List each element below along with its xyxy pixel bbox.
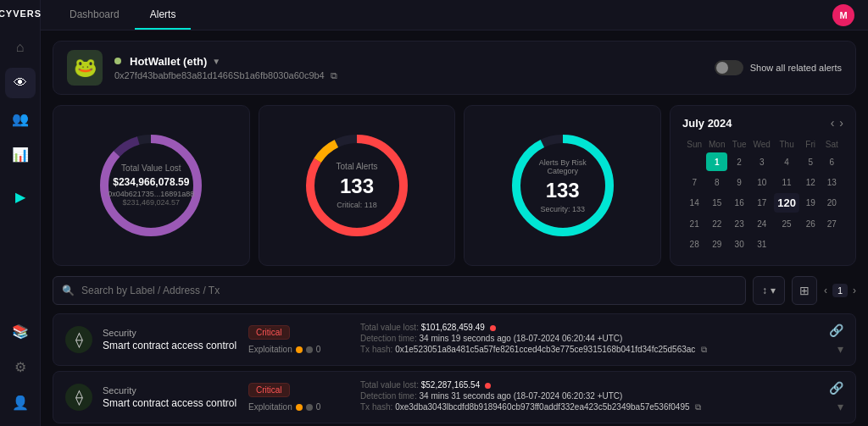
cal-cell [774, 235, 799, 253]
cal-cell: 25 [774, 214, 799, 233]
copy-tx-icon-1[interactable]: ⧉ [701, 345, 707, 354]
wallet-right: Show all related alerts [715, 60, 842, 75]
cal-cell: 5 [801, 152, 821, 171]
cal-cell: 9 [729, 173, 749, 191]
detail-tx-row-2: Tx hash: 0xe3dba3043lbcdfd8b9189460cb973… [360, 402, 819, 412]
expand-icon-2[interactable]: ▾ [837, 400, 843, 413]
calendar-prev[interactable]: ‹ [831, 116, 835, 130]
grid-view-button[interactable]: ⊞ [792, 276, 817, 305]
cal-cell: 7 [684, 173, 704, 191]
severity-badge-1: Critical [248, 325, 290, 340]
alert-detection-1: 34 mins 19 seconds ago (18-07-2024 06:20… [419, 334, 622, 343]
chain-dot [114, 58, 121, 64]
cal-cell: 30 [729, 235, 749, 253]
alert-type-2: Smart contract access control [103, 397, 238, 409]
calendar-next[interactable]: › [839, 116, 843, 130]
filter-button[interactable]: ↕ ▾ [753, 276, 785, 305]
copy-tx-icon-2[interactable]: ⧉ [695, 402, 701, 412]
cal-cell: 23 [729, 214, 749, 233]
total-alerts-sub: Critical: 118 [337, 201, 378, 209]
pagination-next[interactable]: › [853, 285, 856, 296]
sidebar-settings[interactable]: ⚙ [5, 351, 36, 382]
sidebar-play[interactable]: ▶ [5, 181, 36, 212]
nav-tabs: Dashboard Alerts [54, 0, 191, 30]
alert-category-2: Security [103, 385, 238, 396]
cal-cell: 2 [729, 152, 749, 171]
tab-alerts[interactable]: Alerts [135, 0, 192, 30]
expand-icon-1[interactable]: ▾ [837, 342, 843, 356]
brand-logo: CYVERS [0, 8, 42, 19]
severity-badge-2: Critical [248, 383, 290, 397]
wallet-info: HotWallet (eth) ▼ 0x27fd43babfbe83a81d14… [114, 55, 337, 81]
sidebar-chart[interactable]: 📊 [5, 139, 36, 169]
tab-dashboard[interactable]: Dashboard [54, 0, 135, 30]
pagination-prev[interactable]: ‹ [824, 285, 827, 296]
calendar-title: July 2024 [682, 117, 732, 130]
cal-cell: 4 [774, 152, 799, 171]
alerts-risk-value: 133 [535, 179, 590, 203]
sidebar-home[interactable]: ⌂ [5, 32, 36, 63]
cal-cell [684, 152, 704, 171]
detail-detection-row-1: Detection time: 34 mins 19 seconds ago (… [360, 334, 819, 343]
total-value-sub2: $231,469,024.57 [108, 199, 194, 207]
cal-cell: 14 [684, 193, 704, 213]
cal-cell[interactable]: 120 [774, 193, 799, 213]
total-value-center: Total Value Lost $234,966,078.59 0x04b62… [108, 163, 194, 207]
calendar-card: July 2024 ‹ › Sun Mon Tue Wed Thu [670, 105, 856, 266]
alerts-risk-donut: Alerts By Risk Category 133 Security: 13… [508, 130, 618, 241]
cal-cell: 28 [684, 235, 704, 253]
sidebar-book[interactable]: 📚 [5, 316, 36, 346]
calendar-grid: Sun Mon Tue Wed Thu Fri Sat 1 [682, 136, 843, 255]
search-row: 🔍 ↕ ▾ ⊞ ‹ 1 › [53, 276, 856, 305]
cal-cell: 3 [751, 152, 772, 171]
alert-tx-1: 0x1e523051a8a481c5a57fe8261cced4cb3e775c… [395, 345, 695, 354]
sidebar-users[interactable]: 👥 [5, 103, 36, 134]
alert-details-1: Total value lost: $101,628,459.49 Detect… [360, 323, 819, 357]
cal-day-thu: Thu [774, 138, 799, 151]
external-link-icon-1[interactable]: 🔗 [829, 324, 843, 337]
topbar: Dashboard Alerts M [41, 0, 868, 30]
alert-tx-2: 0xe3dba3043lbcdfd8b9189460cb973ff0addf33… [395, 402, 689, 412]
show-alerts-toggle[interactable] [715, 60, 743, 75]
search-input[interactable] [81, 285, 737, 296]
calendar-nav: ‹ › [831, 116, 843, 130]
alert-main-1: Security Smart contract access control [103, 328, 238, 351]
chevron-down-icon[interactable]: ▼ [212, 57, 220, 66]
alert-severity-1: Critical Exploitation 0 [248, 325, 350, 354]
external-link-icon-2[interactable]: 🔗 [829, 381, 843, 395]
wallet-name-label: HotWallet (eth) [130, 55, 207, 68]
total-alerts-center: Total Alerts 133 Critical: 118 [337, 162, 378, 209]
detail-value-row-1: Total value lost: $101,628,459.49 [360, 323, 819, 332]
alert-list: ⟠ Security Smart contract access control… [53, 313, 856, 426]
alert-row: ⟠ Security Smart contract access control… [53, 313, 856, 366]
cal-day-wed: Wed [751, 138, 772, 151]
dot-count-2: 0 [316, 402, 321, 412]
pagination: ‹ 1 › [824, 284, 856, 297]
sidebar-user[interactable]: 👤 [5, 387, 36, 418]
total-alerts-label: Total Alerts [337, 162, 378, 171]
user-avatar[interactable]: M [832, 4, 854, 26]
sidebar-eye[interactable]: 👁 [5, 68, 36, 98]
cal-cell: 20 [821, 193, 842, 213]
filter-icon: ↕ [762, 285, 767, 296]
cal-cell[interactable]: 1 [706, 152, 727, 171]
total-value-donut: Total Value Lost $234,966,078.59 0x04b62… [96, 130, 206, 241]
cal-cell: 17 [751, 193, 772, 213]
copy-icon[interactable]: ⧉ [331, 70, 337, 80]
filter-label: ▾ [771, 285, 776, 296]
alert-main-2: Security Smart contract access control [103, 385, 238, 409]
alert-amount-1: $101,628,459.49 [421, 323, 496, 332]
alert-eth-icon: ⟠ [65, 326, 92, 353]
wallet-name-row: HotWallet (eth) ▼ [114, 55, 337, 68]
cal-cell: 24 [751, 214, 772, 233]
alert-detection-2: 34 mins 31 seconds ago (18-07-2024 06:20… [419, 391, 622, 401]
total-value-card: Total Value Lost $234,966,078.59 0x04b62… [53, 105, 250, 266]
cal-cell [821, 235, 842, 253]
page-number[interactable]: 1 [832, 284, 848, 297]
sidebar: CYVERS ⌂ 👁 👥 📊 ▶ 📚 ⚙ 👤 [0, 0, 41, 426]
calendar-header: July 2024 ‹ › [682, 116, 843, 130]
total-value-label: Total Value Lost [108, 163, 194, 173]
alert-severity-2: Critical Exploitation 0 [248, 383, 350, 412]
cal-cell: 19 [801, 193, 821, 213]
cal-cell: 12 [801, 173, 821, 191]
